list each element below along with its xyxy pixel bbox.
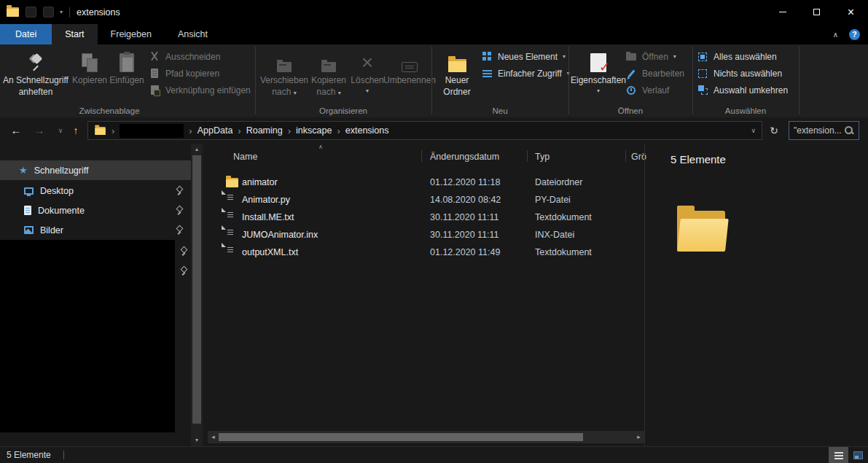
rename-button[interactable]: Umbenennen [384, 46, 435, 106]
tab-datei[interactable]: Datei [0, 24, 52, 44]
redacted-sidebar-area [0, 240, 175, 432]
tab-ansicht[interactable]: Ansicht [165, 24, 221, 44]
forward-button[interactable]: → [31, 117, 48, 144]
maximize-button[interactable] [799, 0, 834, 24]
properties-button[interactable]: Eigenschaften ▾ [573, 46, 624, 106]
copy-path-button[interactable]: Pfad kopieren [149, 65, 251, 82]
address-bar[interactable]: › › AppData › Roaming › inkscape › exten… [87, 121, 762, 140]
cut-button[interactable]: Ausschneiden [149, 48, 251, 65]
scroll-left-icon[interactable]: ◂ [208, 431, 218, 443]
column-separator[interactable] [421, 150, 422, 162]
group-label-organisieren: Organisieren [255, 106, 431, 115]
file-row-jumoanimator[interactable]: JUMOAnimator.inx 30.11.2020 11:11 INX-Da… [208, 226, 644, 244]
dropdown-caret-icon: ▾ [294, 90, 297, 96]
file-row-install-me[interactable]: Install.ME.txt 30.11.2020 11:11 Textdoku… [208, 209, 644, 226]
file-row-animator[interactable]: animator 01.12.2020 11:18 Dateiordner [208, 174, 644, 191]
open-button[interactable]: Öffnen ▾ [625, 48, 684, 65]
pin-icon [26, 52, 45, 72]
sidebar-item-desktop[interactable]: Desktop [0, 181, 191, 201]
ribbon-collapse-icon[interactable]: ∧ [833, 31, 838, 39]
column-header-name[interactable]: Name [233, 149, 257, 164]
breadcrumb-inkscape[interactable]: inkscape [296, 125, 332, 136]
button-label: Ordner [443, 87, 470, 98]
shortcut-icon [151, 85, 159, 95]
file-row-animator-py[interactable]: Animator.py 14.08.2020 08:42 PY-Datei [208, 191, 644, 209]
delete-button[interactable]: × Löschen ▾ [351, 46, 384, 106]
scroll-up-icon[interactable]: ▴ [191, 144, 203, 155]
search-icon[interactable] [845, 126, 854, 136]
tab-freigeben[interactable]: Freigeben [98, 24, 165, 44]
breadcrumb-appdata[interactable]: AppData [198, 125, 233, 136]
column-separator[interactable] [625, 150, 626, 162]
close-button[interactable]: × [834, 0, 868, 24]
select-all-button[interactable]: Alles auswählen [697, 48, 788, 65]
button-label: Einfacher Zugriff [498, 69, 562, 79]
column-header-type[interactable]: Typ [535, 149, 550, 164]
navigation-pane: ★ Schnellzugriff Desktop Dokumente Bilde… [0, 144, 191, 446]
back-button[interactable]: ← [7, 117, 25, 144]
redacted-user-path [120, 124, 184, 138]
new-folder-button[interactable]: Neuer Ordner [437, 46, 477, 106]
scrollbar-thumb[interactable] [219, 433, 583, 441]
sidebar-scrollbar[interactable]: ▴ ▾ [191, 144, 203, 446]
sidebar-item-quickaccess[interactable]: ★ Schnellzugriff [0, 160, 191, 180]
file-list: ∧ Name Änderungsdatum Typ Größe animator… [208, 144, 644, 446]
breadcrumb-separator-icon: › [337, 125, 340, 136]
new-item-button[interactable]: Neues Element ▾ [481, 48, 570, 65]
copy-to-button[interactable]: Kopieren nach ▾ [308, 46, 349, 106]
delete-icon: × [361, 53, 373, 72]
easy-access-button[interactable]: Einfacher Zugriff ▾ [481, 65, 570, 82]
column-header-date[interactable]: Änderungsdatum [430, 149, 499, 164]
button-label: Einfügen [109, 75, 144, 87]
preview-item-count: 5 Elemente [670, 153, 726, 166]
address-dropdown-icon[interactable]: ∨ [751, 127, 756, 134]
rename-icon [402, 62, 418, 72]
scrollbar-thumb[interactable] [192, 155, 201, 424]
open-icon [626, 53, 636, 61]
pin-to-quickaccess-button[interactable]: An Schnellzugriff anheften [1, 46, 70, 106]
copy-button[interactable]: Kopieren [73, 46, 106, 106]
scroll-right-icon[interactable]: ▸ [634, 431, 644, 443]
dropdown-caret-icon: ▾ [673, 52, 676, 61]
address-toolbar: ← → ∨ ↑ › › AppData › Roaming › inkscape… [0, 117, 868, 144]
breadcrumb-roaming[interactable]: Roaming [246, 125, 283, 136]
pin-icon [179, 266, 188, 276]
sidebar-item-bilder[interactable]: Bilder [0, 220, 191, 240]
search-input[interactable] [794, 125, 845, 136]
select-none-button[interactable]: Nichts auswählen [697, 65, 788, 82]
button-label: anheften [19, 87, 53, 98]
breadcrumb-extensions[interactable]: extensions [345, 125, 389, 136]
file-type: INX-Datei [535, 226, 574, 244]
sidebar-item-dokumente[interactable]: Dokumente [0, 201, 191, 220]
qat-dropdown-icon[interactable]: ▾ [60, 9, 63, 15]
properties-icon [590, 53, 606, 72]
easy-access-icon [482, 69, 492, 78]
search-box[interactable] [789, 121, 859, 140]
paste-shortcut-button[interactable]: Verknüpfung einfügen [149, 82, 251, 98]
button-label: Bearbeiten [642, 69, 684, 79]
scroll-down-icon[interactable]: ▾ [191, 435, 203, 446]
minimize-icon [779, 12, 786, 12]
invert-selection-button[interactable]: Auswahl umkehren [697, 82, 788, 98]
thumbnails-view-icon [853, 451, 863, 459]
qat-properties-button[interactable] [26, 7, 36, 17]
thumbnails-view-button[interactable] [848, 447, 868, 463]
qat-newfolder-button[interactable] [43, 7, 54, 17]
horizontal-scrollbar[interactable]: ◂ ▸ [208, 431, 644, 443]
move-to-button[interactable]: Verschieben nach ▾ [260, 46, 308, 106]
minimize-button[interactable] [765, 0, 799, 24]
paste-button[interactable]: Einfügen [108, 46, 146, 106]
history-button[interactable]: Verlauf [625, 82, 684, 98]
help-icon[interactable]: ? [849, 29, 860, 40]
edit-button[interactable]: Bearbeiten [625, 65, 684, 82]
folder-icon [226, 178, 238, 187]
tab-start[interactable]: Start [52, 24, 97, 44]
maximize-icon [813, 9, 820, 15]
refresh-icon[interactable]: ↻ [766, 117, 782, 144]
file-row-outputxml[interactable]: outputXML.txt 01.12.2020 11:49 Textdokum… [208, 244, 644, 261]
up-button[interactable]: ↑ [67, 117, 85, 144]
statusbar-separator [63, 451, 64, 459]
paste-icon [120, 53, 134, 72]
details-view-button[interactable] [829, 447, 848, 463]
column-separator[interactable] [527, 150, 528, 162]
